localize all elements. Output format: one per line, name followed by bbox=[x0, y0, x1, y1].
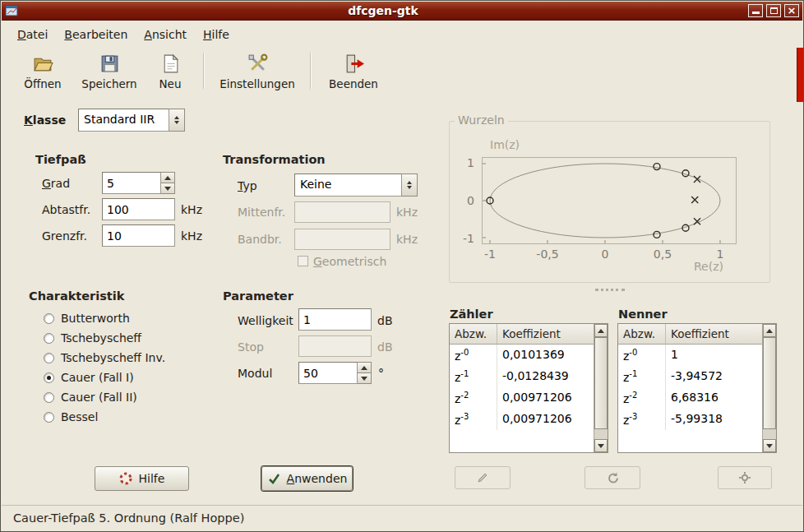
bandbr-input bbox=[294, 229, 390, 250]
typ-combobox[interactable]: Keine bbox=[294, 173, 418, 197]
scrollbar-thumb[interactable] bbox=[763, 337, 776, 429]
table-row[interactable]: z-1 -0,0128439 bbox=[450, 366, 594, 387]
radio-tschebyscheff[interactable]: Tschebyscheff bbox=[44, 331, 141, 345]
statusbar: Cauer-Tiefpaß 5. Ordnung (Ralf Hoppe) bbox=[2, 505, 802, 530]
grad-input[interactable] bbox=[102, 172, 161, 194]
save-label: Speichern bbox=[81, 77, 136, 90]
modul-spin-up-icon[interactable] bbox=[358, 362, 372, 373]
radio-butterworth[interactable]: Butterworth bbox=[44, 312, 130, 325]
menu-datei[interactable]: Datei bbox=[9, 24, 56, 45]
radio-icon bbox=[44, 372, 54, 383]
modul-label: Modul bbox=[238, 367, 272, 380]
grenzfr-input[interactable] bbox=[102, 224, 175, 247]
menu-hilfe[interactable]: Hilfe bbox=[195, 24, 238, 45]
welligkeit-unit: dB bbox=[377, 314, 393, 327]
abtastfr-input[interactable] bbox=[102, 198, 175, 220]
apply-button[interactable]: Anwenden bbox=[261, 466, 353, 491]
xtick: 1 bbox=[702, 247, 738, 261]
tools-icon bbox=[247, 53, 269, 75]
scrollbar-thumb[interactable] bbox=[594, 337, 608, 429]
stop-unit: dB bbox=[377, 340, 393, 354]
coeff-settings-button bbox=[718, 466, 772, 489]
radio-icon bbox=[44, 392, 54, 403]
table-row[interactable]: z-0 0,0101369 bbox=[450, 345, 594, 366]
table-row[interactable]: z-0 1 bbox=[618, 345, 762, 366]
grad-spin-down-icon[interactable] bbox=[161, 183, 175, 194]
grad-spin-up-icon[interactable] bbox=[161, 172, 175, 183]
app-icon bbox=[5, 4, 18, 17]
modul-unit: ° bbox=[378, 367, 384, 380]
minimize-button[interactable] bbox=[748, 4, 763, 17]
xtick: -1 bbox=[472, 247, 508, 261]
typ-value: Keine bbox=[294, 173, 402, 197]
radio-cauer-1[interactable]: Cauer (Fall I) bbox=[44, 371, 134, 384]
gear-icon bbox=[738, 471, 751, 484]
zaehler-header: Abzw. Koeffizient bbox=[450, 324, 594, 345]
open-button[interactable]: Öffnen bbox=[12, 48, 74, 92]
toolbar: Öffnen Speichern Neu bbox=[2, 48, 388, 97]
open-folder-icon bbox=[32, 53, 54, 75]
geometrisch-label: Geometrisch bbox=[313, 255, 386, 268]
menu-ansicht[interactable]: Ansicht bbox=[136, 24, 195, 45]
apply-label: Anwenden bbox=[287, 472, 348, 485]
scroll-up-icon[interactable] bbox=[763, 324, 776, 337]
radio-bessel[interactable]: Bessel bbox=[44, 410, 98, 423]
help-button[interactable]: Hilfe bbox=[95, 466, 189, 491]
minimize-icon bbox=[752, 12, 760, 14]
combo-arrows-icon bbox=[169, 109, 185, 132]
radio-icon bbox=[44, 313, 54, 324]
column-header-koeffizient[interactable]: Koeffizient bbox=[497, 324, 594, 344]
scroll-up-icon[interactable] bbox=[594, 324, 608, 337]
grenzfr-label: Grenzfr. bbox=[42, 229, 87, 243]
new-button[interactable]: Neu bbox=[145, 48, 196, 92]
nenner-title: Nenner bbox=[618, 308, 668, 321]
pole-zero-plot bbox=[482, 157, 737, 244]
maximize-button[interactable] bbox=[766, 4, 781, 17]
combo-arrows-icon bbox=[402, 173, 418, 197]
welligkeit-input[interactable] bbox=[298, 308, 372, 331]
quit-button[interactable]: Beenden bbox=[319, 48, 388, 92]
abtastfr-label: Abtastfr. bbox=[42, 203, 90, 216]
xtick: -0,5 bbox=[529, 247, 566, 261]
paned-resize-handle[interactable] bbox=[595, 289, 625, 291]
stop-label: Stop bbox=[238, 340, 264, 354]
toolbar-overflow-indicator bbox=[797, 48, 803, 102]
titlebar[interactable]: dfcgen-gtk × bbox=[2, 2, 802, 21]
toolbar-separator bbox=[203, 53, 205, 89]
settings-label: Einstellungen bbox=[219, 77, 295, 90]
radio-icon bbox=[44, 333, 54, 344]
transformation-title: Transformation bbox=[223, 153, 326, 166]
y-axis-name: Im(z) bbox=[490, 138, 520, 151]
scroll-down-icon[interactable] bbox=[594, 439, 608, 452]
save-button[interactable]: Speichern bbox=[74, 48, 145, 92]
check-icon bbox=[267, 472, 280, 485]
table-row[interactable]: z-1 -3,94572 bbox=[618, 366, 762, 387]
column-header-abzw[interactable]: Abzw. bbox=[618, 324, 666, 344]
charakteristik-title: Charakteristik bbox=[29, 289, 124, 303]
klasse-value: Standard IIR bbox=[78, 109, 169, 132]
column-header-abzw[interactable]: Abzw. bbox=[450, 324, 497, 344]
grad-spinner bbox=[102, 172, 175, 194]
close-button[interactable]: × bbox=[784, 4, 799, 17]
klasse-combobox[interactable]: Standard IIR bbox=[78, 109, 185, 132]
modul-spin-down-icon[interactable] bbox=[358, 373, 372, 384]
table-row[interactable]: z-3 -5,99318 bbox=[618, 409, 762, 430]
mittenfr-input bbox=[294, 201, 390, 223]
zaehler-scrollbar[interactable] bbox=[594, 324, 608, 452]
typ-label: Typ bbox=[238, 179, 257, 192]
settings-button[interactable]: Einstellungen bbox=[212, 48, 303, 92]
nenner-scrollbar[interactable] bbox=[762, 324, 776, 452]
table-row[interactable]: z-2 6,68316 bbox=[618, 387, 762, 409]
nenner-header: Abzw. Koeffizient bbox=[618, 324, 762, 345]
menu-bearbeiten[interactable]: Bearbeiten bbox=[56, 24, 136, 45]
scroll-down-icon[interactable] bbox=[763, 439, 776, 452]
modul-input[interactable] bbox=[298, 362, 358, 384]
radio-tschebyscheff-inv[interactable]: Tschebyscheff Inv. bbox=[44, 351, 165, 364]
app-window: dfcgen-gtk × Datei Bearbeiten Ansicht Hi… bbox=[0, 0, 804, 532]
radio-cauer-2[interactable]: Cauer (Fall II) bbox=[44, 391, 137, 404]
table-row[interactable]: z-3 0,00971206 bbox=[450, 409, 594, 430]
column-header-koeffizient[interactable]: Koeffizient bbox=[666, 324, 762, 344]
xtick: 0 bbox=[587, 247, 623, 261]
table-row[interactable]: z-2 0,00971206 bbox=[450, 387, 594, 409]
coeff-refresh-button bbox=[585, 466, 640, 489]
